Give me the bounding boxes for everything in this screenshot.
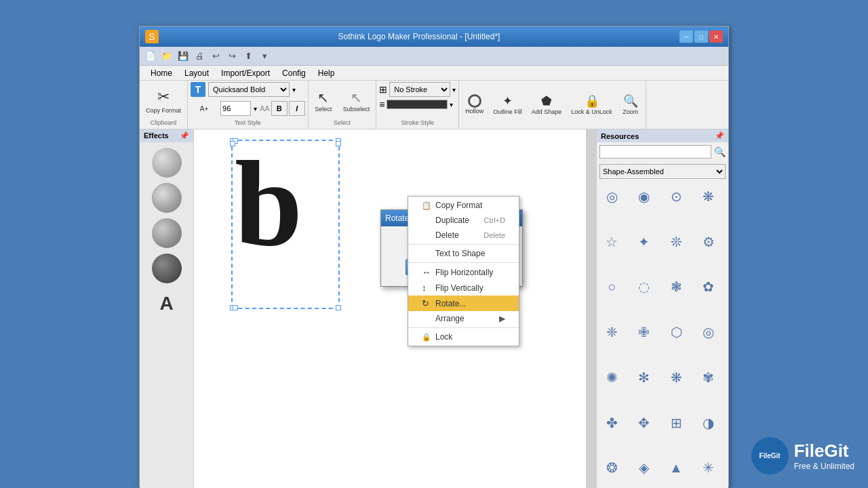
undo-button[interactable]: ↩ <box>209 49 222 63</box>
shape-item[interactable]: ✤ <box>599 411 624 435</box>
effect-item-4[interactable] <box>152 253 182 283</box>
font-dropdown-arrow: ▾ <box>292 86 296 94</box>
open-button[interactable]: 📁 <box>160 49 174 63</box>
add-shape-icon: ⬟ <box>541 94 552 108</box>
shape-item[interactable]: ✺ <box>599 365 624 390</box>
aa-icon: AA <box>260 104 270 113</box>
shape-item[interactable]: ⚙ <box>696 230 721 254</box>
add-shape-button[interactable]: ⬟ Add Shape <box>528 87 566 122</box>
export-button[interactable]: ⬆ <box>241 49 255 63</box>
text-style-tools: T Quicksand Bold ▾ A+ ▾ AA B I <box>191 82 305 119</box>
menu-home[interactable]: Home <box>145 67 178 79</box>
clipboard-tools: ✂ Copy Format <box>142 82 184 119</box>
shape-item[interactable]: ⬡ <box>664 320 688 344</box>
ctx-rotate-label: Rotate... <box>435 299 466 308</box>
text-style-label: Text Style <box>191 119 305 127</box>
search-icon[interactable]: 🔍 <box>714 146 726 157</box>
shape-item[interactable]: ◌ <box>632 274 656 299</box>
shape-item[interactable]: ◑ <box>696 411 721 435</box>
close-button[interactable]: ✕ <box>709 30 723 43</box>
maximize-button[interactable]: □ <box>694 30 708 43</box>
shape-item[interactable]: ❋ <box>664 365 688 390</box>
stroke-icon: ⊞ <box>379 84 387 95</box>
shape-item[interactable]: ✿ <box>696 274 721 299</box>
shape-item[interactable]: ☆ <box>599 230 624 254</box>
shape-item[interactable]: ❈ <box>599 320 624 344</box>
handle-bl[interactable] <box>230 305 235 310</box>
shape-item[interactable]: ○ <box>599 274 624 299</box>
shape-item[interactable]: ❃ <box>664 274 688 299</box>
shape-item[interactable]: ❂ <box>599 455 624 480</box>
ctx-flip-h-label: Flip Horizontally <box>435 268 493 277</box>
new-button[interactable]: 📄 <box>144 49 157 63</box>
zoom-button[interactable]: 🔍 Zoom <box>618 87 643 122</box>
shape-item[interactable]: ✙ <box>632 320 656 344</box>
shape-item[interactable]: ⊞ <box>664 411 688 435</box>
shape-item[interactable]: ◉ <box>632 184 656 209</box>
ctx-arrange[interactable]: Arrange ▶ <box>408 311 519 326</box>
handle-br[interactable] <box>336 305 341 310</box>
redo-button[interactable]: ↪ <box>225 49 239 63</box>
ctx-flip-v[interactable]: ↕ Flip Vertically <box>408 280 519 296</box>
bold-button[interactable]: B <box>271 101 288 116</box>
save-button[interactable]: 💾 <box>176 49 190 63</box>
outline-fill-button[interactable]: ✦ Outline Fill <box>490 87 526 122</box>
ctx-copy-format[interactable]: 📋 Copy Format <box>408 198 519 213</box>
ctx-duplicate-shortcut: Ctrl+D <box>484 216 505 224</box>
menu-import-export[interactable]: Import/Export <box>216 67 275 79</box>
select-label: Select <box>315 106 332 113</box>
lock-unlock-button[interactable]: 🔒 Lock & UnLock <box>568 87 616 122</box>
effect-item-2[interactable] <box>152 183 182 213</box>
shape-type-selector[interactable]: Shape-Assembled Shape-Basic Shape-Comple… <box>599 164 726 179</box>
shape-item[interactable]: ◎ <box>599 184 624 209</box>
shape-item[interactable]: ❋ <box>696 184 721 209</box>
shape-item[interactable]: ⊙ <box>664 184 688 209</box>
copy-format-button[interactable]: ✂ Copy Format <box>142 83 184 119</box>
text-preview-item[interactable]: A <box>152 289 182 319</box>
shape-item[interactable]: ❊ <box>664 230 688 254</box>
shape-item[interactable]: ✾ <box>696 365 721 390</box>
italic-button[interactable]: I <box>289 101 305 116</box>
font-size-input[interactable] <box>220 101 251 116</box>
handle-tr[interactable] <box>336 138 341 144</box>
hollow-button[interactable]: Hollow <box>462 87 487 122</box>
hollow-icon <box>468 94 481 108</box>
add-text-button[interactable]: A+ <box>191 99 218 118</box>
shape-item[interactable]: ◎ <box>696 320 721 344</box>
dropdown-button[interactable]: ▾ <box>258 49 271 63</box>
ctx-duplicate[interactable]: Duplicate Ctrl+D <box>408 213 519 228</box>
shape-item[interactable]: ▲ <box>664 455 688 480</box>
shape-item[interactable]: ✳ <box>696 455 721 480</box>
stroke-selector[interactable]: No Stroke <box>389 82 450 97</box>
context-menu: 📋 Copy Format Duplicate Ctrl+D Delete De… <box>408 196 519 346</box>
menu-config[interactable]: Config <box>277 67 311 79</box>
vertical-scrollbar[interactable] <box>586 129 596 488</box>
menu-layout[interactable]: Layout <box>179 67 214 79</box>
handle-mr[interactable] <box>336 141 341 146</box>
print-button[interactable]: 🖨 <box>193 49 206 63</box>
ctx-flip-h[interactable]: ↔ Flip Horizontally <box>408 264 519 280</box>
minimize-button[interactable]: ─ <box>679 30 693 43</box>
select-button[interactable]: ↖ Select <box>311 83 336 119</box>
ctx-delete[interactable]: Delete Delete <box>408 228 519 243</box>
stroke-align-icon: ≡ <box>379 99 384 110</box>
canvas-area[interactable]: b <box>194 129 596 488</box>
search-input[interactable] <box>599 145 711 159</box>
menu-help[interactable]: Help <box>313 67 340 79</box>
ctx-text-to-shape[interactable]: Text to Shape <box>408 246 519 261</box>
shapes-grid: ◎ ◉ ⊙ ❋ ☆ ✦ ❊ ⚙ ○ ◌ ❃ ✿ ❈ ✙ ⬡ ◎ ✺ <box>597 182 728 488</box>
font-selector[interactable]: Quicksand Bold <box>208 82 290 97</box>
effect-item-3[interactable] <box>152 218 182 248</box>
handle-bm[interactable] <box>233 305 238 310</box>
shape-item[interactable]: ◈ <box>632 455 656 480</box>
shape-item[interactable]: ✦ <box>632 230 656 254</box>
subselect-button[interactable]: ↖ Subselect <box>340 83 374 119</box>
effect-item-1[interactable] <box>152 148 182 178</box>
ctx-rotate[interactable]: ↻ Rotate... <box>408 296 519 311</box>
flip-h-icon: ↔ <box>422 267 435 277</box>
shape-item[interactable]: ✥ <box>632 411 656 435</box>
shape-item[interactable]: ✻ <box>632 365 656 390</box>
select-tools: ↖ Select ↖ Subselect <box>311 82 374 119</box>
canvas-text-b[interactable]: b <box>235 143 302 265</box>
ctx-lock[interactable]: 🔒 Lock <box>408 329 519 344</box>
